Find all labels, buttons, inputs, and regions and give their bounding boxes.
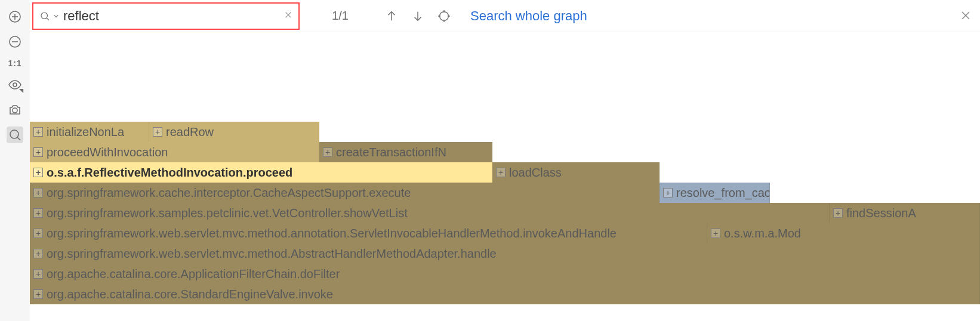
clear-search-icon[interactable] [284,11,292,21]
expand-icon[interactable]: + [33,269,43,279]
svg-line-8 [17,137,20,140]
search-icon[interactable] [7,126,23,143]
close-search-icon[interactable] [961,8,970,24]
frame-label: resolve_from_cache [676,186,770,200]
flame-frame[interactable]: +o.s.w.m.a.Mod [707,223,980,243]
frame-label: org.springframework.samples.petclinic.ve… [47,206,408,220]
expand-icon[interactable]: + [33,229,43,238]
search-input[interactable] [63,4,279,29]
svg-point-15 [440,11,449,20]
frame-label: o.s.a.f.ReflectiveMethodInvocation.proce… [47,166,292,180]
zoom-in-icon[interactable] [7,8,23,25]
expand-icon[interactable]: + [33,168,43,177]
frame-label: org.apache.catalina.core.StandardEngineV… [47,288,333,301]
frame-label: org.springframework.cache.interceptor.Ca… [47,186,411,200]
flame-frame[interactable]: +loadClass [492,162,660,183]
flame-frame[interactable]: +org.apache.catalina.core.ApplicationFil… [30,264,980,284]
expand-icon[interactable]: + [33,249,43,258]
zoom-out-icon[interactable] [7,33,23,50]
next-match-icon[interactable] [407,5,429,27]
frame-label: initializeNonLa [47,125,124,139]
locate-match-icon[interactable] [433,5,455,27]
expand-icon[interactable]: + [33,208,43,218]
search-whole-graph-link[interactable]: Search whole graph [470,8,587,24]
flame-frame[interactable]: +org.springframework.web.servlet.mvc.met… [30,223,707,243]
flame-frame[interactable]: +findSessionA [830,203,980,223]
svg-point-5 [13,83,17,87]
search-input-icon [39,11,50,21]
sidebar: 1:1 [0,0,30,321]
frame-label: org.apache.catalina.core.ApplicationFilt… [47,267,340,281]
flame-frame[interactable]: +readRow [149,122,319,142]
frame-label: org.springframework.web.servlet.mvc.meth… [47,227,617,240]
expand-icon[interactable]: + [833,208,843,218]
flame-frame[interactable]: +initializeNonLa [30,122,149,142]
expand-icon[interactable]: + [33,147,43,157]
frame-label: createTransactionIfN [336,146,446,159]
flame-frame[interactable]: +proceedWithInvocation [30,142,319,162]
search-toolbar: 1/1 Search whole graph [30,0,980,32]
expand-icon[interactable]: + [153,127,162,137]
flame-frame[interactable]: +resolve_from_cache [660,183,770,203]
expand-icon[interactable]: + [33,188,43,197]
flame-frame[interactable]: +org.springframework.cache.interceptor.C… [30,183,660,203]
camera-icon[interactable] [7,101,23,118]
flame-frame[interactable]: +org.springframework.web.servlet.mvc.met… [30,243,980,264]
frame-label: proceedWithInvocation [47,146,168,159]
flame-frame[interactable]: +createTransactionIfN [319,142,492,162]
flame-frame[interactable]: +org.apache.catalina.core.StandardEngine… [30,284,980,304]
zoom-reset-label[interactable]: 1:1 [8,58,21,68]
expand-icon[interactable]: + [323,147,332,157]
prev-match-icon[interactable] [381,5,402,27]
expand-icon[interactable]: + [33,127,43,137]
frame-label: org.springframework.web.servlet.mvc.meth… [47,247,497,261]
flame-frame[interactable]: +o.s.a.f.ReflectiveMethodInvocation.proc… [30,162,492,183]
svg-line-10 [47,18,49,20]
main-panel: 1/1 Search whole graph +initializeNonLa+… [30,0,980,321]
frame-label: o.s.w.m.a.Mod [724,227,801,240]
search-options-chevron-icon[interactable] [54,14,58,18]
expand-icon[interactable]: + [33,289,43,299]
expand-icon[interactable]: + [663,188,673,197]
visibility-icon[interactable] [7,76,23,93]
frame-label: readRow [166,125,214,139]
expand-icon[interactable]: + [711,229,720,238]
frame-label: findSessionA [846,206,916,220]
match-counter: 1/1 [304,9,376,23]
search-field-container [32,2,300,30]
frame-label: loadClass [509,166,562,180]
flame-frame[interactable]: +org.springframework.samples.petclinic.v… [30,203,830,223]
flame-graph[interactable]: +initializeNonLa+readRow+proceedWithInvo… [30,32,980,321]
svg-point-7 [10,130,19,138]
svg-point-9 [41,13,48,19]
svg-point-6 [13,108,17,113]
expand-icon[interactable]: + [496,168,506,177]
